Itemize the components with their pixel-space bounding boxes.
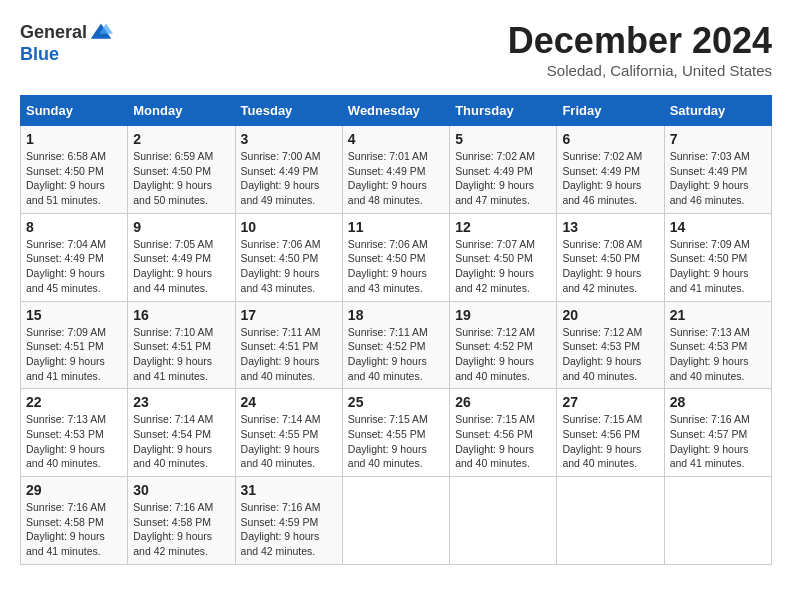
col-header-wednesday: Wednesday	[342, 96, 449, 126]
day-info: Sunrise: 7:15 AMSunset: 4:56 PMDaylight:…	[455, 413, 535, 469]
day-info: Sunrise: 7:13 AMSunset: 4:53 PMDaylight:…	[26, 413, 106, 469]
day-info: Sunrise: 7:12 AMSunset: 4:53 PMDaylight:…	[562, 326, 642, 382]
title-block: December 2024 Soledad, California, Unite…	[508, 20, 772, 79]
week-row-2: 8Sunrise: 7:04 AMSunset: 4:49 PMDaylight…	[21, 213, 772, 301]
day-info: Sunrise: 7:05 AMSunset: 4:49 PMDaylight:…	[133, 238, 213, 294]
day-info: Sunrise: 7:16 AMSunset: 4:58 PMDaylight:…	[133, 501, 213, 557]
day-info: Sunrise: 7:03 AMSunset: 4:49 PMDaylight:…	[670, 150, 750, 206]
day-info: Sunrise: 7:15 AMSunset: 4:56 PMDaylight:…	[562, 413, 642, 469]
day-cell: 9Sunrise: 7:05 AMSunset: 4:49 PMDaylight…	[128, 213, 235, 301]
day-info: Sunrise: 7:04 AMSunset: 4:49 PMDaylight:…	[26, 238, 106, 294]
week-row-3: 15Sunrise: 7:09 AMSunset: 4:51 PMDayligh…	[21, 301, 772, 389]
day-cell: 28Sunrise: 7:16 AMSunset: 4:57 PMDayligh…	[664, 389, 771, 477]
day-number: 23	[133, 394, 229, 410]
day-cell: 11Sunrise: 7:06 AMSunset: 4:50 PMDayligh…	[342, 213, 449, 301]
logo-blue: Blue	[20, 44, 113, 65]
day-number: 30	[133, 482, 229, 498]
col-header-friday: Friday	[557, 96, 664, 126]
day-cell: 6Sunrise: 7:02 AMSunset: 4:49 PMDaylight…	[557, 126, 664, 214]
day-info: Sunrise: 7:13 AMSunset: 4:53 PMDaylight:…	[670, 326, 750, 382]
day-cell: 2Sunrise: 6:59 AMSunset: 4:50 PMDaylight…	[128, 126, 235, 214]
week-row-1: 1Sunrise: 6:58 AMSunset: 4:50 PMDaylight…	[21, 126, 772, 214]
day-number: 8	[26, 219, 122, 235]
day-number: 29	[26, 482, 122, 498]
col-header-thursday: Thursday	[450, 96, 557, 126]
day-number: 7	[670, 131, 766, 147]
day-cell	[664, 477, 771, 565]
logo-general: General	[20, 22, 87, 43]
day-number: 2	[133, 131, 229, 147]
day-cell: 5Sunrise: 7:02 AMSunset: 4:49 PMDaylight…	[450, 126, 557, 214]
day-info: Sunrise: 7:09 AMSunset: 4:50 PMDaylight:…	[670, 238, 750, 294]
day-cell: 14Sunrise: 7:09 AMSunset: 4:50 PMDayligh…	[664, 213, 771, 301]
day-cell: 15Sunrise: 7:09 AMSunset: 4:51 PMDayligh…	[21, 301, 128, 389]
day-info: Sunrise: 6:58 AMSunset: 4:50 PMDaylight:…	[26, 150, 106, 206]
day-cell	[450, 477, 557, 565]
day-info: Sunrise: 7:14 AMSunset: 4:55 PMDaylight:…	[241, 413, 321, 469]
day-cell: 19Sunrise: 7:12 AMSunset: 4:52 PMDayligh…	[450, 301, 557, 389]
day-info: Sunrise: 7:16 AMSunset: 4:58 PMDaylight:…	[26, 501, 106, 557]
day-info: Sunrise: 7:06 AMSunset: 4:50 PMDaylight:…	[241, 238, 321, 294]
day-number: 19	[455, 307, 551, 323]
calendar-table: SundayMondayTuesdayWednesdayThursdayFrid…	[20, 95, 772, 565]
day-number: 20	[562, 307, 658, 323]
day-info: Sunrise: 7:02 AMSunset: 4:49 PMDaylight:…	[455, 150, 535, 206]
day-number: 25	[348, 394, 444, 410]
day-info: Sunrise: 7:11 AMSunset: 4:52 PMDaylight:…	[348, 326, 428, 382]
day-number: 10	[241, 219, 337, 235]
day-info: Sunrise: 7:16 AMSunset: 4:57 PMDaylight:…	[670, 413, 750, 469]
logo: General Blue	[20, 20, 113, 65]
day-number: 5	[455, 131, 551, 147]
main-title: December 2024	[508, 20, 772, 62]
days-header-row: SundayMondayTuesdayWednesdayThursdayFrid…	[21, 96, 772, 126]
day-number: 26	[455, 394, 551, 410]
logo-icon	[89, 20, 113, 44]
col-header-saturday: Saturday	[664, 96, 771, 126]
day-number: 11	[348, 219, 444, 235]
day-cell: 4Sunrise: 7:01 AMSunset: 4:49 PMDaylight…	[342, 126, 449, 214]
day-info: Sunrise: 7:07 AMSunset: 4:50 PMDaylight:…	[455, 238, 535, 294]
day-cell: 8Sunrise: 7:04 AMSunset: 4:49 PMDaylight…	[21, 213, 128, 301]
day-number: 13	[562, 219, 658, 235]
day-number: 22	[26, 394, 122, 410]
day-cell: 1Sunrise: 6:58 AMSunset: 4:50 PMDaylight…	[21, 126, 128, 214]
day-info: Sunrise: 7:15 AMSunset: 4:55 PMDaylight:…	[348, 413, 428, 469]
day-cell: 25Sunrise: 7:15 AMSunset: 4:55 PMDayligh…	[342, 389, 449, 477]
col-header-monday: Monday	[128, 96, 235, 126]
col-header-sunday: Sunday	[21, 96, 128, 126]
day-number: 21	[670, 307, 766, 323]
day-cell: 18Sunrise: 7:11 AMSunset: 4:52 PMDayligh…	[342, 301, 449, 389]
day-number: 31	[241, 482, 337, 498]
day-info: Sunrise: 7:06 AMSunset: 4:50 PMDaylight:…	[348, 238, 428, 294]
day-info: Sunrise: 7:10 AMSunset: 4:51 PMDaylight:…	[133, 326, 213, 382]
day-cell: 3Sunrise: 7:00 AMSunset: 4:49 PMDaylight…	[235, 126, 342, 214]
day-info: Sunrise: 7:12 AMSunset: 4:52 PMDaylight:…	[455, 326, 535, 382]
day-cell: 10Sunrise: 7:06 AMSunset: 4:50 PMDayligh…	[235, 213, 342, 301]
day-cell: 12Sunrise: 7:07 AMSunset: 4:50 PMDayligh…	[450, 213, 557, 301]
day-cell: 17Sunrise: 7:11 AMSunset: 4:51 PMDayligh…	[235, 301, 342, 389]
day-number: 6	[562, 131, 658, 147]
day-info: Sunrise: 7:11 AMSunset: 4:51 PMDaylight:…	[241, 326, 321, 382]
day-number: 18	[348, 307, 444, 323]
day-cell: 31Sunrise: 7:16 AMSunset: 4:59 PMDayligh…	[235, 477, 342, 565]
day-info: Sunrise: 7:08 AMSunset: 4:50 PMDaylight:…	[562, 238, 642, 294]
day-cell: 13Sunrise: 7:08 AMSunset: 4:50 PMDayligh…	[557, 213, 664, 301]
day-cell: 21Sunrise: 7:13 AMSunset: 4:53 PMDayligh…	[664, 301, 771, 389]
day-cell: 23Sunrise: 7:14 AMSunset: 4:54 PMDayligh…	[128, 389, 235, 477]
subtitle: Soledad, California, United States	[508, 62, 772, 79]
day-cell: 26Sunrise: 7:15 AMSunset: 4:56 PMDayligh…	[450, 389, 557, 477]
page-header: General Blue December 2024 Soledad, Cali…	[20, 20, 772, 79]
week-row-5: 29Sunrise: 7:16 AMSunset: 4:58 PMDayligh…	[21, 477, 772, 565]
day-number: 14	[670, 219, 766, 235]
day-info: Sunrise: 7:16 AMSunset: 4:59 PMDaylight:…	[241, 501, 321, 557]
day-cell: 27Sunrise: 7:15 AMSunset: 4:56 PMDayligh…	[557, 389, 664, 477]
day-number: 16	[133, 307, 229, 323]
day-info: Sunrise: 7:02 AMSunset: 4:49 PMDaylight:…	[562, 150, 642, 206]
col-header-tuesday: Tuesday	[235, 96, 342, 126]
day-info: Sunrise: 7:09 AMSunset: 4:51 PMDaylight:…	[26, 326, 106, 382]
day-number: 28	[670, 394, 766, 410]
day-cell: 16Sunrise: 7:10 AMSunset: 4:51 PMDayligh…	[128, 301, 235, 389]
day-number: 1	[26, 131, 122, 147]
day-cell	[557, 477, 664, 565]
day-number: 17	[241, 307, 337, 323]
